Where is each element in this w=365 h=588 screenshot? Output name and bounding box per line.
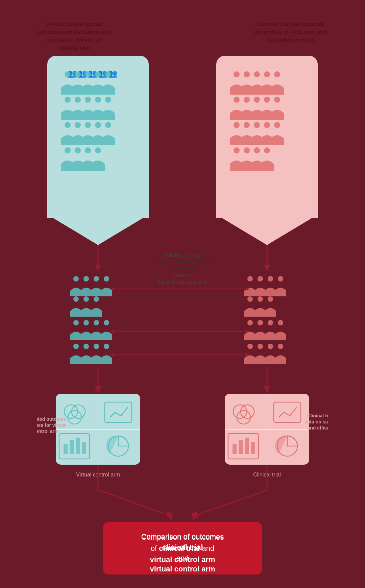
svg-text:participants: participants [169,266,196,271]
svg-point-88 [94,344,99,349]
top-labels: Virtual control group according to inclu… [37,0,328,52]
svg-text:virtual control arm: virtual control arm [150,565,215,573]
svg-rect-5 [216,204,318,218]
svg-marker-100 [264,386,270,393]
svg-point-40 [234,122,240,128]
svg-point-28 [85,147,91,153]
svg-point-63 [83,296,89,302]
svg-point-92 [268,344,273,349]
svg-point-71 [268,296,273,302]
svg-point-91 [258,344,263,349]
svg-marker-1 [47,215,149,245]
svg-marker-95 [110,353,115,357]
svg-point-90 [247,344,253,349]
svg-point-42 [254,122,260,128]
svg-text:controls and clinical trial: controls and clinical trial [155,259,211,265]
diagram-svg: 👥 👥 👥 👥 👥 [37,56,328,580]
svg-point-45 [234,147,240,153]
diagram-container: 👥 👥 👥 👥 👥 [37,56,328,581]
svg-marker-3 [216,215,318,245]
svg-marker-50 [95,265,101,271]
svg-marker-84 [110,329,115,333]
svg-point-68 [278,276,283,281]
svg-point-25 [105,122,111,128]
svg-point-41 [244,122,250,128]
svg-text:baseline characteristics: baseline characteristics [158,279,207,285]
svg-point-58 [73,276,79,281]
svg-point-14 [95,71,101,77]
svg-point-23 [85,122,91,128]
svg-point-62 [73,296,79,302]
svg-point-29 [95,147,101,153]
svg-point-19 [95,97,101,103]
svg-point-20 [105,97,111,103]
svg-rect-109 [64,444,68,454]
svg-point-39 [274,97,280,103]
svg-point-18 [85,97,91,103]
svg-point-35 [234,97,240,103]
svg-point-27 [75,147,81,153]
svg-point-46 [244,147,250,153]
svg-point-48 [264,147,270,153]
svg-point-79 [247,320,253,325]
svg-point-70 [258,296,263,302]
svg-point-21 [65,122,71,128]
svg-point-22 [75,122,81,128]
svg-text:Clinical trial
        data on: Clinical trial data on safety and effica… [305,413,328,431]
svg-point-31 [244,71,250,77]
svg-point-67 [268,276,273,281]
svg-point-89 [104,344,109,349]
svg-rect-4 [47,204,149,218]
svg-point-43 [264,122,270,128]
svg-point-36 [244,97,250,103]
svg-rect-112 [82,442,86,454]
svg-point-44 [274,122,280,128]
main-container: Virtual control group according to inclu… [0,0,365,588]
svg-marker-52 [264,265,270,271]
right-top-label: Clinical trial participants according to… [253,20,328,52]
svg-point-69 [247,296,253,302]
svg-point-13 [85,71,91,77]
svg-rect-125 [239,440,243,454]
svg-point-76 [83,320,89,325]
svg-point-34 [274,71,280,77]
svg-text:Comparison of outcomes: Comparison of outcomes [141,532,224,541]
svg-text:and: and [176,554,189,562]
svg-point-66 [258,276,263,281]
svg-rect-110 [70,440,74,454]
svg-point-59 [83,276,89,281]
svg-point-80 [258,320,263,325]
svg-line-137 [196,490,267,515]
svg-point-64 [94,296,99,302]
svg-point-77 [94,320,99,325]
svg-point-11 [65,71,71,77]
svg-point-24 [95,122,101,128]
svg-point-61 [104,276,109,281]
svg-text:Matching of virtual: Matching of virtual [163,252,202,258]
svg-point-75 [73,320,79,325]
svg-rect-127 [251,442,255,454]
svg-line-134 [98,490,169,515]
svg-point-33 [264,71,270,77]
svg-point-82 [278,320,283,325]
svg-point-15 [105,71,111,77]
svg-rect-126 [245,438,249,454]
svg-point-38 [264,97,270,103]
svg-point-16 [65,97,71,103]
svg-point-81 [268,320,273,325]
svg-point-12 [75,71,81,77]
svg-marker-98 [95,386,101,393]
svg-point-17 [75,97,81,103]
svg-rect-124 [233,444,237,454]
svg-point-78 [104,320,109,325]
svg-point-37 [254,97,260,103]
svg-point-60 [94,276,99,281]
svg-point-26 [65,147,71,153]
svg-point-30 [234,71,240,77]
svg-text:based on: based on [173,273,192,278]
svg-point-65 [247,276,253,281]
left-top-label: Virtual control group according to inclu… [37,20,112,52]
svg-point-93 [278,344,283,349]
svg-point-87 [83,344,89,349]
svg-point-86 [73,344,79,349]
